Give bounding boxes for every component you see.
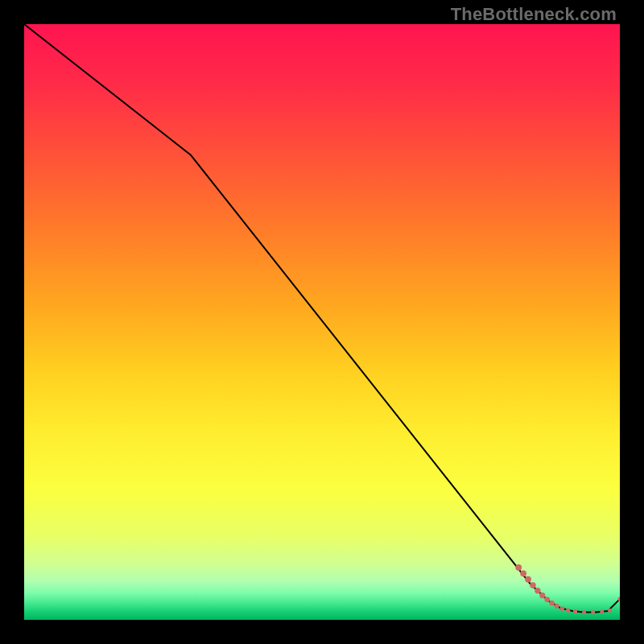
marker-point <box>544 597 550 602</box>
marker-point <box>539 592 545 598</box>
chart-frame: TheBottleneck.com <box>0 0 644 644</box>
marker-point <box>535 588 540 593</box>
watermark-text: TheBottleneck.com <box>451 4 617 25</box>
marker-point <box>530 582 536 588</box>
marker-point <box>525 576 531 583</box>
marker-point <box>515 564 522 571</box>
marker-point <box>559 606 564 611</box>
chart-svg <box>24 24 620 620</box>
marker-point <box>608 609 612 613</box>
marker-point <box>573 609 577 613</box>
marker-point <box>591 610 595 614</box>
marker-point <box>566 608 570 612</box>
marker-point <box>600 609 604 613</box>
marker-point <box>582 610 586 614</box>
marker-point <box>555 604 559 609</box>
plot-area <box>24 24 620 620</box>
marker-point <box>549 601 554 605</box>
marker-point <box>520 570 526 576</box>
